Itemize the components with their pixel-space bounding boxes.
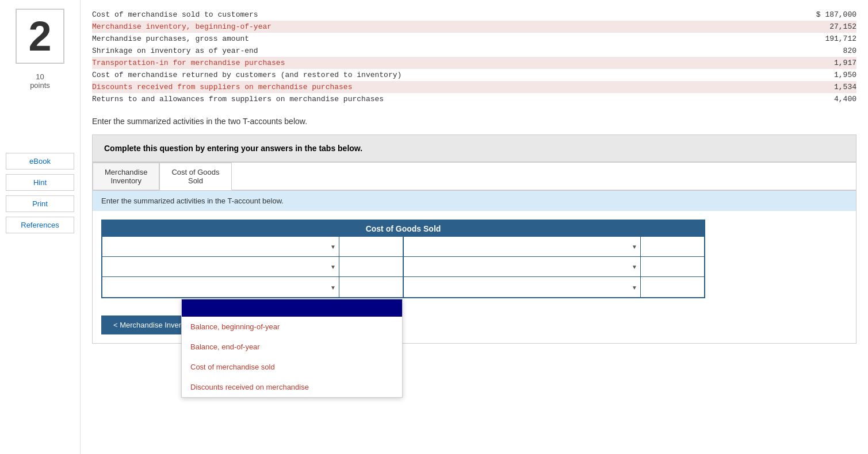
ta-select-left-3[interactable]: Balance, beginning-of-year Balance, end-… bbox=[102, 277, 339, 297]
ta-amount-left-3[interactable] bbox=[339, 277, 403, 297]
table-row: Cost of merchandise sold to customers $ … bbox=[92, 9, 856, 21]
table-row: Merchandise inventory, beginning-of-year… bbox=[92, 21, 856, 33]
dropdown-item-cost-merchandise-sold[interactable]: Cost of merchandise sold bbox=[182, 357, 402, 377]
ta-select-left-1[interactable]: Balance, beginning-of-year Balance, end-… bbox=[102, 237, 339, 256]
ta-select-wrapper[interactable]: Balance, beginning-of-year Balance, end-… bbox=[102, 257, 339, 276]
taccount-left: Balance, beginning-of-year Balance, end-… bbox=[102, 237, 404, 297]
instruction-box: Complete this question by entering your … bbox=[92, 134, 856, 162]
data-table: Cost of merchandise sold to customers $ … bbox=[92, 9, 856, 105]
main-content: Cost of merchandise sold to customers $ … bbox=[81, 0, 868, 454]
tab-cost-of-goods-sold[interactable]: Cost of GoodsSold bbox=[159, 163, 231, 190]
taccount-wrapper: Cost of Goods Sold Balance, beginning-of… bbox=[93, 211, 856, 307]
taccount-instruction: Enter the summarized activities in the T… bbox=[93, 191, 856, 211]
taccount-right: Balance, beginning-of-year Balance, end-… bbox=[404, 237, 704, 297]
ta-amount-left-1[interactable] bbox=[339, 237, 403, 256]
taccount: Cost of Goods Sold Balance, beginning-of… bbox=[101, 220, 705, 298]
taccount-row-1-left: Balance, beginning-of-year Balance, end-… bbox=[102, 237, 403, 257]
tabs-row: MerchandiseInventory Cost of GoodsSold bbox=[93, 163, 856, 190]
dropdown-menu: Balance, beginning-of-year Balance, end-… bbox=[181, 299, 403, 398]
ta-amount-right-3[interactable] bbox=[641, 277, 704, 297]
table-row: Returns to and allowances from suppliers… bbox=[92, 93, 856, 105]
dropdown-item-balance-end[interactable]: Balance, end-of-year bbox=[182, 337, 402, 357]
sidebar-item-references[interactable]: References bbox=[6, 217, 74, 233]
sidebar-links: eBook Hint Print References bbox=[6, 153, 74, 233]
ta-select-right-2[interactable]: Balance, beginning-of-year Balance, end-… bbox=[404, 257, 640, 276]
question-number: 2 bbox=[16, 9, 64, 64]
sidebar-item-ebook[interactable]: eBook bbox=[6, 153, 74, 170]
table-row: Cost of merchandise returned by customer… bbox=[92, 69, 856, 81]
tabs-container: MerchandiseInventory Cost of GoodsSold bbox=[92, 162, 856, 191]
instruction-text: Enter the summarized activities in the t… bbox=[92, 117, 856, 126]
ta-select-wrapper[interactable]: Balance, beginning-of-year Balance, end-… bbox=[102, 277, 339, 297]
ta-select-right-1[interactable]: Balance, beginning-of-year Balance, end-… bbox=[404, 237, 640, 256]
sidebar: 2 10 points eBook Hint Print References bbox=[0, 0, 81, 454]
table-row: Transportation-in for merchandise purcha… bbox=[92, 57, 856, 69]
taccount-body: Balance, beginning-of-year Balance, end-… bbox=[102, 237, 704, 297]
taccount-row-3-left: Balance, beginning-of-year Balance, end-… bbox=[102, 277, 403, 297]
taccount-row-1-right: Balance, beginning-of-year Balance, end-… bbox=[404, 237, 704, 257]
ta-select-wrapper[interactable]: Balance, beginning-of-year Balance, end-… bbox=[404, 237, 641, 256]
ta-select-wrapper[interactable]: Balance, beginning-of-year Balance, end-… bbox=[404, 257, 641, 276]
points-label: 10 points bbox=[30, 72, 50, 90]
ta-amount-right-1[interactable] bbox=[641, 237, 704, 256]
dropdown-header bbox=[182, 299, 402, 317]
sidebar-item-print[interactable]: Print bbox=[6, 195, 74, 212]
ta-select-left-2[interactable]: Balance, beginning-of-year Balance, end-… bbox=[102, 257, 339, 276]
instruction-box-text: Complete this question by entering your … bbox=[104, 144, 362, 153]
ta-select-wrapper[interactable]: Balance, beginning-of-year Balance, end-… bbox=[404, 277, 641, 297]
table-row: Merchandise purchases, gross amount 191,… bbox=[92, 33, 856, 45]
dropdown-item-discounts-received[interactable]: Discounts received on merchandise bbox=[182, 377, 402, 397]
taccount-row-3-right: Balance, beginning-of-year Balance, end-… bbox=[404, 277, 704, 297]
table-row: Discounts received from suppliers on mer… bbox=[92, 81, 856, 93]
tab-merchandise-inventory[interactable]: MerchandiseInventory bbox=[93, 163, 159, 190]
sidebar-item-hint[interactable]: Hint bbox=[6, 174, 74, 191]
ta-amount-right-2[interactable] bbox=[641, 257, 704, 276]
ta-select-right-3[interactable]: Balance, beginning-of-year Balance, end-… bbox=[404, 277, 640, 297]
ta-select-wrapper[interactable]: Balance, beginning-of-year Balance, end-… bbox=[102, 237, 339, 256]
dropdown-item-balance-beginning[interactable]: Balance, beginning-of-year bbox=[182, 317, 402, 337]
ta-amount-left-2[interactable] bbox=[339, 257, 403, 276]
taccount-row-2-right: Balance, beginning-of-year Balance, end-… bbox=[404, 257, 704, 277]
taccount-row-2-left: Balance, beginning-of-year Balance, end-… bbox=[102, 257, 403, 277]
taccount-title: Cost of Goods Sold bbox=[102, 221, 704, 237]
table-row: Shrinkage on inventory as of year-end 82… bbox=[92, 45, 856, 57]
